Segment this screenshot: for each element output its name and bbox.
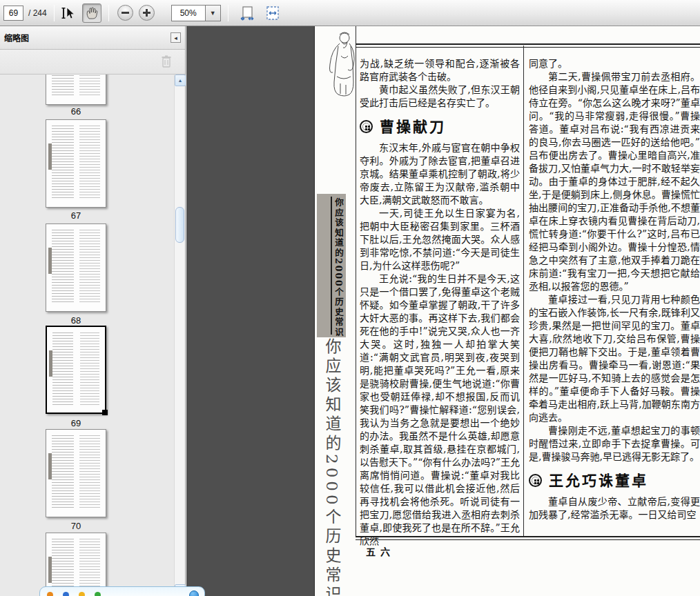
floating-popup[interactable] <box>39 586 205 596</box>
select-tool-button[interactable] <box>59 3 78 23</box>
paragraph: 黄巾起义虽然失败了,但东汉王朝受此打击后已经是名存实亡了。 <box>360 83 520 110</box>
popup-app-icon[interactable] <box>189 590 199 596</box>
popup-dot-orange <box>47 592 53 596</box>
thumb-band <box>48 557 52 583</box>
fit-page-button[interactable] <box>264 3 282 22</box>
thumbnail-label: 66 <box>0 106 152 117</box>
select-tool-icon <box>61 6 76 21</box>
thumbnail-page-67[interactable] <box>46 119 106 208</box>
paragraph: 曹操刚走不远,董卓想起宝刀的事顿时醒悟过来,立即命手下去捉拿曹操。可是,曹操骏马… <box>529 424 700 464</box>
section-heading-caocao: 曹操献刀 <box>360 120 520 133</box>
panel-title: 缩略图 <box>4 32 29 43</box>
paragraph: 一天,司徒王允以生日家宴为名,把朝中大臣秘密召集到家里。三杯酒下肚以后,王允忽然… <box>360 207 520 272</box>
popup-dot-yellow <box>79 592 85 596</box>
fit-page-icon <box>264 5 281 21</box>
toolbar-separator <box>108 5 109 21</box>
thumb-band <box>48 248 52 274</box>
thumbnail-label: 68 <box>0 315 152 326</box>
thumb-band <box>49 350 52 377</box>
thumbnail-label: 67 <box>0 210 152 221</box>
seal-icon <box>529 474 542 487</box>
panel-collapse-button[interactable]: ◂ <box>171 32 181 43</box>
zoom-level-value[interactable]: 50% <box>171 5 206 21</box>
thumbnail-label: 70 <box>0 521 152 531</box>
toolbar-separator <box>54 5 55 21</box>
section-heading-wangyun: 王允巧诛董卓 <box>529 474 700 487</box>
page-top-rule <box>356 43 700 48</box>
paragraph: 王允说:“我的生日并不是今天,这只是一个借口罢了,免得董卓这个老贼怀疑。如今董卓… <box>360 272 520 548</box>
toolbar-separator <box>228 5 229 21</box>
page-count-label: / 244 <box>28 8 47 18</box>
thumb-band <box>48 143 52 170</box>
selection-handle[interactable] <box>102 410 108 415</box>
thumbnail-list: 66 67 68 69 70 <box>0 74 174 596</box>
main-toolbar: / 244 50% ▼ <box>0 0 700 26</box>
seal-icon <box>360 120 373 133</box>
text-column-left: 为战,缺乏统一领导和配合,逐渐被各路官府武装各个击破。 黄巾起义虽然失败了,但东… <box>360 57 520 548</box>
thumbnails-panel: 缩略图 ◂ 66 67 68 69 70 ▲ ▼ <box>0 26 186 596</box>
panel-toolbar <box>0 50 185 74</box>
hand-tool-button[interactable] <box>82 3 101 23</box>
scholar-illustration <box>322 28 364 99</box>
zoom-out-icon <box>121 12 129 14</box>
series-title-band: 你应该知道的2000个历史常识 <box>317 194 346 337</box>
trash-icon[interactable] <box>160 54 173 68</box>
series-title-vertical-text: 你应该知道的2000个历史常识 <box>332 198 345 337</box>
paragraph: 董卓自从废少帝、立献帝后,变得更加残暴了,经常滥杀无辜。一日又给司空 <box>529 495 700 522</box>
thumb-band <box>48 453 52 479</box>
thumbnail-page-66[interactable] <box>46 74 106 105</box>
paragraph: 为战,缺乏统一领导和配合,逐渐被各路官府武装各个击破。 <box>360 57 520 83</box>
zoom-in-button[interactable] <box>139 5 155 21</box>
section-heading-text: 曹操献刀 <box>380 120 446 133</box>
column-divider-rule <box>523 46 524 537</box>
fit-width-button[interactable] <box>238 3 257 22</box>
hand-tool-icon <box>84 6 99 21</box>
zoom-out-button[interactable] <box>117 5 133 21</box>
page-number-footer: 五六 <box>366 544 395 558</box>
seal-script-calligraphy: 你应该知道的2000个历史常识 <box>320 338 344 596</box>
panel-header: 缩略图 ◂ <box>0 26 185 50</box>
document-canvas[interactable]: 你应该知道的2000个历史常识 你应该知道的2000个历史常识 为战,缺乏统一领… <box>186 26 700 596</box>
paragraph: 同意了。 <box>529 57 700 70</box>
sidebar-scrollbar[interactable]: ▲ ▼ <box>174 74 185 596</box>
thumbnail-label: 69 <box>0 418 152 428</box>
scrollbar-thumb[interactable] <box>175 207 184 243</box>
popup-dot-green <box>95 592 101 596</box>
thumbnail-page-68[interactable] <box>46 223 106 312</box>
book-page[interactable]: 你应该知道的2000个历史常识 你应该知道的2000个历史常识 为战,缺乏统一领… <box>314 26 700 596</box>
section-heading-text: 王允巧诛董卓 <box>549 474 648 487</box>
zoom-in-icon-bar <box>146 9 148 17</box>
thumbnail-page-69-selected[interactable] <box>46 326 106 414</box>
page-inner-rule <box>356 26 356 537</box>
text-column-right: 同意了。 第二天,曹操佩带宝刀前去丞相府。他径自来到小阁,只见董卓坐在床上,吕布… <box>529 57 700 522</box>
fit-width-icon <box>239 5 255 21</box>
scroll-up-button[interactable]: ▲ <box>175 74 186 86</box>
zoom-dropdown-button[interactable]: ▼ <box>206 5 221 21</box>
thumbnail-page-70[interactable] <box>46 429 106 517</box>
paragraph: 董卓接过一看,只见刀背用七种颜色的宝石嵌入作装饰,长一尺有余,既锋利又珍贵,果然… <box>529 293 700 424</box>
popup-dot-blue <box>63 592 69 596</box>
paragraph: 第二天,曹操佩带宝刀前去丞相府。他径自来到小阁,只见董卓坐在床上,吕布侍立在旁。… <box>529 70 700 293</box>
page-number-input[interactable] <box>3 6 23 21</box>
paragraph: 东汉末年,外戚与宦官在朝中争权夺利。外戚为了除去宦官,把董卓召进京城。结果董卓乘… <box>360 141 520 207</box>
